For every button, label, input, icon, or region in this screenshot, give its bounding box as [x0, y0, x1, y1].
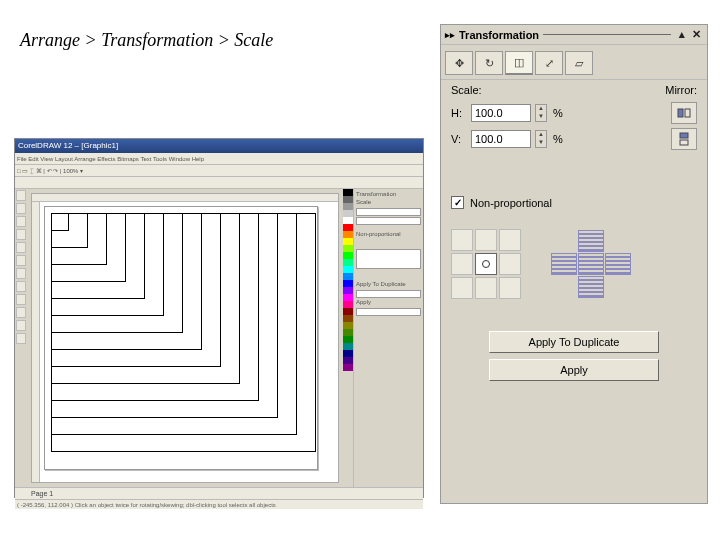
apply-button[interactable]: Apply — [489, 359, 659, 381]
status-bar: ( -245.356, 112.004 ) Click an object tw… — [15, 499, 423, 509]
anchor-bottom-left[interactable] — [451, 277, 473, 299]
swatch[interactable] — [343, 259, 353, 266]
skew-tab[interactable]: ▱ — [565, 51, 593, 75]
swatch[interactable] — [343, 273, 353, 280]
property-bar[interactable] — [15, 177, 423, 189]
page-navigator[interactable]: Page 1 — [15, 487, 423, 499]
swatch[interactable] — [343, 196, 353, 203]
anchor-top[interactable] — [475, 229, 497, 251]
anchor-top-right[interactable] — [499, 229, 521, 251]
transformation-docker: ▸▸ Transformation ▴ ✕ ✥ ↻ ◫ ⤢ ▱ Scale: M… — [440, 24, 708, 504]
ellipse-tool-icon[interactable] — [16, 255, 26, 266]
swatch[interactable] — [343, 217, 353, 224]
mini-apply[interactable] — [356, 308, 421, 316]
swatch[interactable] — [343, 266, 353, 273]
toolbox[interactable] — [15, 189, 27, 487]
color-palette[interactable] — [343, 189, 353, 487]
docker-header: ▸▸ Transformation ▴ ✕ — [441, 25, 707, 45]
divider — [543, 34, 671, 35]
interactive-tool-icon[interactable] — [16, 294, 26, 305]
spinner-down-icon[interactable]: ▼ — [536, 139, 546, 147]
swatch[interactable] — [343, 210, 353, 217]
swatch[interactable] — [343, 287, 353, 294]
mini-v-input[interactable] — [356, 217, 421, 225]
expand-icon[interactable]: ▸▸ — [445, 30, 455, 40]
freehand-tool-icon[interactable] — [16, 229, 26, 240]
swatch[interactable] — [343, 357, 353, 364]
mirror-vertical-button[interactable] — [671, 128, 697, 150]
swatch[interactable] — [343, 252, 353, 259]
swatch[interactable] — [343, 245, 353, 252]
mirror-label: Mirror: — [665, 84, 697, 96]
mirror-horizontal-button[interactable] — [671, 102, 697, 124]
swatch[interactable] — [343, 238, 353, 245]
mirror-h-icon — [677, 106, 691, 120]
scale-icon: ◫ — [514, 56, 524, 69]
eyedropper-tool-icon[interactable] — [16, 307, 26, 318]
swatch[interactable] — [343, 301, 353, 308]
close-icon[interactable]: ✕ — [689, 28, 703, 42]
svg-rect-3 — [680, 140, 688, 145]
rotate-icon: ↻ — [485, 57, 494, 70]
anchor-bottom[interactable] — [475, 277, 497, 299]
h-unit: % — [553, 107, 569, 119]
swatch[interactable] — [343, 322, 353, 329]
swatch[interactable] — [343, 189, 353, 196]
h-scale-input[interactable]: 100.0 — [471, 104, 531, 122]
swatch[interactable] — [343, 343, 353, 350]
swatch[interactable] — [343, 329, 353, 336]
anchor-bottom-right[interactable] — [499, 277, 521, 299]
move-icon: ✥ — [455, 57, 464, 70]
swatch[interactable] — [343, 231, 353, 238]
skew-icon: ▱ — [575, 57, 583, 70]
ruler-horizontal — [32, 194, 338, 202]
non-proportional-checkbox[interactable]: ✓ — [451, 196, 464, 209]
non-proportional-label: Non-proportional — [470, 197, 552, 209]
mini-h-input[interactable] — [356, 208, 421, 216]
spinner-up-icon[interactable]: ▲ — [536, 105, 546, 113]
swatch[interactable] — [343, 315, 353, 322]
swatch[interactable] — [343, 294, 353, 301]
v-scale-input[interactable]: 100.0 — [471, 130, 531, 148]
scale-tab[interactable]: ◫ — [505, 51, 533, 75]
swatch[interactable] — [343, 308, 353, 315]
h-spinner[interactable]: ▲▼ — [535, 104, 547, 122]
preview-pattern — [551, 230, 631, 298]
spinner-up-icon[interactable]: ▲ — [536, 131, 546, 139]
size-icon: ⤢ — [545, 57, 554, 70]
swatch[interactable] — [343, 224, 353, 231]
rotate-tab[interactable]: ↻ — [475, 51, 503, 75]
polygon-tool-icon[interactable] — [16, 268, 26, 279]
swatch[interactable] — [343, 350, 353, 357]
position-tab[interactable]: ✥ — [445, 51, 473, 75]
outline-tool-icon[interactable] — [16, 320, 26, 331]
swatch[interactable] — [343, 336, 353, 343]
shape-tool-icon[interactable] — [16, 203, 26, 214]
rectangle-tool-icon[interactable] — [16, 242, 26, 253]
swatch[interactable] — [343, 280, 353, 287]
h-label: H: — [451, 107, 467, 119]
apply-to-duplicate-button[interactable]: Apply To Duplicate — [489, 331, 659, 353]
swatch[interactable] — [343, 203, 353, 210]
anchor-left[interactable] — [451, 253, 473, 275]
docker-title: Transformation — [459, 29, 539, 41]
minimize-icon[interactable]: ▴ — [675, 28, 689, 42]
main-toolbar[interactable]: □ ▭ ⌶ ⌘ | ↶ ↷ | 100% ▾ — [15, 165, 423, 177]
mini-apply-dup[interactable] — [356, 290, 421, 298]
pick-tool-icon[interactable] — [16, 190, 26, 201]
v-spinner[interactable]: ▲▼ — [535, 130, 547, 148]
text-tool-icon[interactable] — [16, 281, 26, 292]
mirror-v-icon — [677, 132, 691, 146]
menu-bar[interactable]: File Edit View Layout Arrange Effects Bi… — [15, 153, 423, 165]
spinner-down-icon[interactable]: ▼ — [536, 113, 546, 121]
size-tab[interactable]: ⤢ — [535, 51, 563, 75]
ruler-vertical — [32, 202, 40, 482]
mini-anchor[interactable] — [356, 249, 421, 269]
anchor-right[interactable] — [499, 253, 521, 275]
anchor-top-left[interactable] — [451, 229, 473, 251]
drawing-canvas[interactable] — [31, 193, 339, 483]
swatch[interactable] — [343, 364, 353, 371]
fill-tool-icon[interactable] — [16, 333, 26, 344]
anchor-center[interactable] — [475, 253, 497, 275]
zoom-tool-icon[interactable] — [16, 216, 26, 227]
